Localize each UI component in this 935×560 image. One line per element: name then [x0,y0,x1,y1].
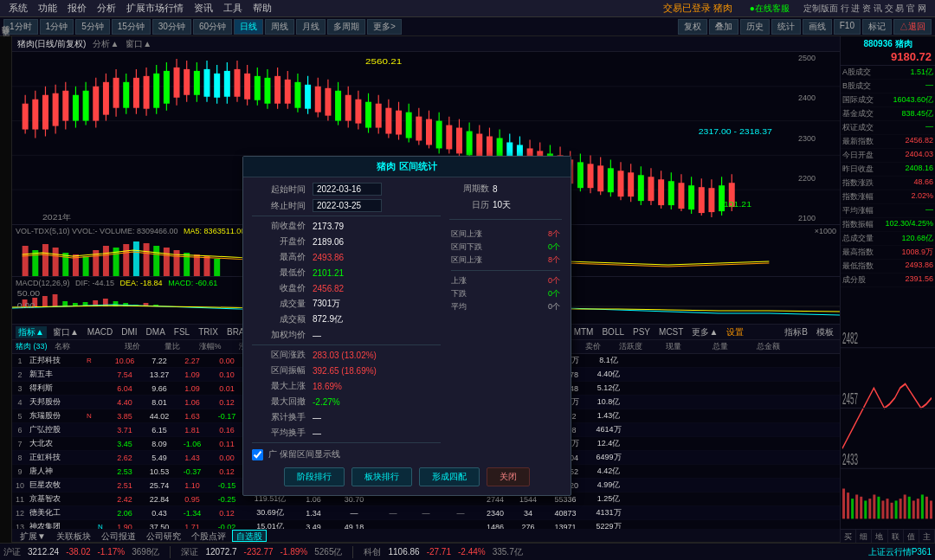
col-num: 3 [12,384,28,393]
ind-btn-b[interactable]: 指标B [782,326,810,338]
ind-btn-window[interactable]: 窗口▲ [50,326,81,338]
svg-rect-173 [42,296,48,306]
nav-buy[interactable]: 买 [841,530,856,543]
right-row-label: 最新指数 [842,136,874,147]
timeframe-60[interactable]: 60分钟 [193,19,232,35]
toolbar-right-btns[interactable]: 定制版面 行 进 资 讯 交 易 官 网 [798,3,932,15]
ind-btn-settings[interactable]: 设置 [724,326,746,338]
popup-checkbox-row: 广 保留区间显示线 [252,447,441,462]
btn-fq[interactable]: 复权 [678,19,707,35]
nav-page[interactable]: 主 [919,530,935,543]
nav-sell[interactable]: 细 [856,530,872,543]
tab-company-news[interactable]: 公司报道 [97,530,140,542]
btn-form-quad[interactable]: 形成四配 [419,467,480,486]
menu-function[interactable]: 功能 [33,2,62,15]
svg-rect-168 [204,256,210,276]
popup-stat-row-4: 上涨 0个 [451,274,560,287]
col-mktcap: 15.01亿 [245,521,295,529]
btn-stats[interactable]: 统计 [771,19,801,35]
timeframe-15[interactable]: 15分钟 [112,19,151,35]
col-qty: 9.66 [143,384,176,393]
ind-btn-trix[interactable]: TRIX [196,327,221,337]
btn-history[interactable]: 历史 [740,19,770,35]
svg-rect-197 [855,494,858,518]
popup-dialog[interactable]: 猪肉 区间统计 起始时间 终止时间 前收盘价 2173.79 [242,156,571,496]
tab-stock-comment[interactable]: 个股点评 [187,530,230,542]
btn-mark[interactable]: 标记 [862,19,892,35]
nav-group[interactable]: 地 [872,530,887,543]
chart-indicator-window[interactable]: 窗口▲ [126,38,152,50]
ind-btn-mcst[interactable]: MCST [656,327,686,337]
timeframe-monthly[interactable]: 月线 [296,19,326,35]
stock-row[interactable]: 13 神农集团 N 1.90 37.50 1.71 -0.02 15.01亿 3… [12,520,840,529]
col-price: 1.90 [106,523,143,530]
btn-f10[interactable]: F10 [834,19,861,35]
ind-btn-fsl[interactable]: FSL [171,327,192,337]
right-row-label: 国际成交 [842,94,874,106]
timeframe-5[interactable]: 5分钟 [75,19,110,35]
col-sell: 34 [512,509,545,518]
popup-stat-label-1: 区间上涨 [451,229,482,240]
col-hands: 1.34 [295,509,332,518]
ind-btn-dma[interactable]: DMA [144,327,168,337]
col-num: 13 [12,523,28,530]
col-sell: 1544 [512,495,545,504]
tab-related[interactable]: 关联板块 [52,530,95,542]
nav-rank[interactable]: 联 [888,530,904,543]
col-num: 5 [12,412,28,421]
chart-indicator-analysis[interactable]: 分析▲ [93,38,119,50]
price-2300: 2300 [798,134,838,143]
right-row-val: — [925,122,933,133]
popup-val-high: 2493.86 [313,253,441,262]
timeframe-30[interactable]: 30分钟 [152,19,191,35]
col-price: 3.85 [106,412,143,421]
col-name: 巨星农牧 [28,480,84,491]
timeframe-1min[interactable]: 1分时 [3,19,38,35]
ind-btn-indicator[interactable]: 指标▲ [16,326,47,338]
ind-btn-boll[interactable]: BOLL [599,327,627,337]
timeframe-more[interactable]: 更多> [367,19,402,35]
popup-label-volume: 成交量 [252,298,313,310]
menu-help[interactable]: 帮助 [248,2,277,15]
btn-sector-rank[interactable]: 板块排行 [351,467,412,486]
timeframe-daily[interactable]: 日线 [234,19,263,35]
svg-text:2317.00 - 2318.37: 2317.00 - 2318.37 [699,126,772,135]
ind-btn-dmi[interactable]: DMI [119,327,139,337]
tab-watchlist[interactable]: 自选股 [232,530,267,542]
btn-stage-rank[interactable]: 阶段排行 [284,467,345,486]
right-row-label: 指数振幅 [842,219,874,230]
popup-stat-label-5: 下跌 [451,288,467,299]
tab-extend[interactable]: 扩展▼ [16,530,50,542]
timeframe-multi[interactable]: 多周期 [327,19,365,35]
menu-tools[interactable]: 工具 [218,2,248,15]
btn-draw[interactable]: 画线 [803,19,832,35]
popup-left: 起始时间 终止时间 前收盘价 2173.79 开盘价 2189.06 [252,183,441,462]
ind-btn-more[interactable]: 更多▲ [689,326,720,338]
timeframe-weekly[interactable]: 周线 [265,19,294,35]
stock-row[interactable]: 12 德美化工 2.06 0.43 -1.34 0.12 30.69亿 1.34… [12,506,840,520]
svg-rect-161 [133,241,139,276]
ind-btn-mtm[interactable]: MTM [571,327,596,337]
menu-quote[interactable]: 报价 [62,2,92,15]
popup-input-end[interactable] [313,199,382,212]
popup-row-amount: 成交额 872.9亿 [252,313,441,325]
ind-btn-psy[interactable]: PSY [630,327,653,337]
menu-news[interactable]: 资讯 [189,2,218,15]
menu-analysis[interactable]: 分析 [92,2,121,15]
popup-input-start[interactable] [313,183,382,196]
ind-btn-macd[interactable]: MACD [85,327,115,337]
nav-concept[interactable]: 值 [904,530,919,543]
btn-back[interactable]: △退回 [893,19,932,35]
svg-rect-150 [23,246,29,276]
menu-market[interactable]: 扩展市场行情 [121,2,189,15]
menu-system[interactable]: 系统 [3,2,33,15]
ind-btn-template[interactable]: 模板 [814,326,836,338]
btn-overlay[interactable]: 叠加 [709,19,738,35]
popup-checkbox-show-line[interactable] [252,449,263,460]
timeframe-1[interactable]: 1分钟 [40,19,74,35]
svg-rect-165 [174,250,180,276]
col-change: 1.63 [176,412,209,421]
col-avg: — [409,509,442,518]
tab-company-research[interactable]: 公司研究 [142,530,185,542]
btn-close-popup[interactable]: 关闭 [487,467,530,486]
